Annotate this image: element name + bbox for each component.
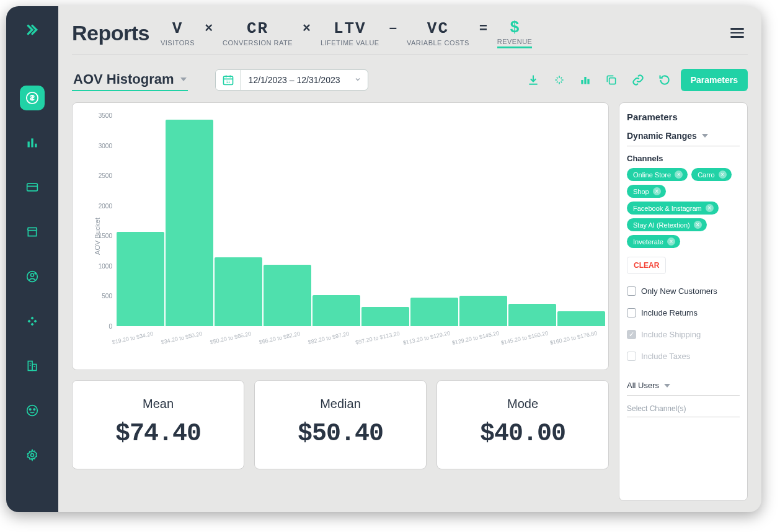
- calendar-icon: 31: [216, 70, 241, 90]
- checkbox: [627, 352, 636, 361]
- undo-icon[interactable]: [658, 74, 671, 86]
- y-tick-label: 2000: [96, 202, 112, 209]
- parameters-panel: Parameters Dynamic Ranges Channels Onlin…: [619, 102, 748, 501]
- sidebar-item-building[interactable]: [20, 353, 45, 378]
- term-vc[interactable]: VC VARIABLE COSTS: [407, 19, 469, 47]
- histogram-bar[interactable]: [215, 257, 262, 326]
- select-channels-input[interactable]: Select Channel(s): [627, 396, 740, 417]
- all-users-dropdown[interactable]: All Users: [627, 375, 740, 396]
- dynamic-ranges-dropdown[interactable]: Dynamic Ranges: [627, 131, 740, 146]
- checkbox[interactable]: [627, 286, 636, 296]
- y-tick-label: 3500: [96, 112, 112, 119]
- term-revenue[interactable]: $ REVENUE: [497, 17, 533, 48]
- sidebar-item-user[interactable]: [20, 264, 45, 289]
- channel-chip[interactable]: Online Store×: [627, 168, 688, 181]
- histogram-bar[interactable]: [117, 232, 164, 327]
- svg-point-16: [29, 409, 31, 410]
- tool-icons: [527, 74, 671, 86]
- checkbox[interactable]: [627, 308, 636, 317]
- sidebar-item-charts[interactable]: [20, 130, 45, 155]
- channel-chip[interactable]: Carro×: [691, 168, 732, 181]
- x-tick-label: $82.20 to $97.20: [300, 329, 356, 347]
- histogram-bar[interactable]: [264, 265, 311, 326]
- term-ltv[interactable]: LTV LIFETIME VALUE: [321, 19, 379, 47]
- aov-histogram-chart: AOV Bucket 0500100015002000250030003500$…: [72, 102, 609, 370]
- histogram-bar[interactable]: [557, 311, 605, 326]
- page-title: Reports: [72, 21, 149, 45]
- stat-card-median: Median $50.40: [254, 380, 427, 469]
- sidebar-item-settings[interactable]: [20, 443, 45, 468]
- copy-icon[interactable]: [605, 74, 618, 86]
- toolbar: AOV Histogram 31 12/1/2023 – 12/31/2023: [72, 69, 748, 91]
- y-tick-label: 3000: [96, 142, 112, 149]
- y-tick-label: 1000: [96, 262, 112, 269]
- svg-rect-3: [35, 144, 37, 148]
- svg-rect-1: [28, 141, 30, 147]
- remove-chip-icon[interactable]: ×: [667, 237, 675, 246]
- histogram-bar[interactable]: [508, 304, 556, 326]
- x-tick-label: $66.20 to $82.20: [251, 329, 307, 347]
- histogram-bar[interactable]: [410, 298, 458, 326]
- clear-button[interactable]: CLEAR: [627, 257, 666, 274]
- link-icon[interactable]: [631, 74, 645, 86]
- menu-icon[interactable]: [727, 24, 748, 42]
- checkbox-row: Include Taxes: [627, 345, 740, 367]
- histogram-bar[interactable]: [361, 307, 409, 326]
- sidebar-item-revenue[interactable]: [20, 86, 45, 110]
- app-logo: [22, 20, 42, 42]
- date-range-text: 12/1/2023 – 12/31/2023: [241, 71, 348, 89]
- op-multiply: ×: [205, 20, 213, 36]
- op-multiply: ×: [303, 20, 311, 36]
- x-tick-label: $34.20 to $50.20: [153, 329, 209, 347]
- x-tick-label: $129.20 to $145.20: [447, 329, 503, 347]
- dollar-icon: $: [510, 17, 519, 37]
- svg-rect-2: [31, 138, 33, 147]
- y-tick-label: 2500: [96, 172, 112, 179]
- date-range-picker[interactable]: 31 12/1/2023 – 12/31/2023: [215, 69, 368, 91]
- op-equals: =: [479, 20, 487, 36]
- histogram-bar[interactable]: [459, 296, 507, 326]
- svg-point-18: [31, 454, 34, 457]
- channel-chip[interactable]: Shop×: [627, 185, 666, 198]
- caret-down-icon: [702, 134, 708, 138]
- svg-point-7: [31, 273, 34, 277]
- svg-rect-27: [609, 78, 615, 84]
- sidebar: [6, 6, 58, 512]
- caret-down-icon: [664, 384, 670, 388]
- sidebar-item-dashboard[interactable]: [20, 398, 45, 423]
- sparkle-icon[interactable]: [553, 74, 565, 86]
- y-tick-label: 0: [96, 323, 112, 330]
- channel-chip[interactable]: Facebook & Instagram×: [627, 202, 719, 215]
- remove-chip-icon[interactable]: ×: [675, 171, 683, 179]
- download-icon[interactable]: [527, 74, 539, 86]
- x-tick-label: $160.20 to $176.80: [545, 329, 601, 347]
- caret-down-icon: [180, 78, 187, 81]
- histogram-bar[interactable]: [166, 120, 213, 326]
- checkbox-row[interactable]: Only New Customers: [627, 280, 740, 302]
- remove-chip-icon[interactable]: ×: [694, 221, 702, 229]
- y-tick-label: 500: [96, 293, 112, 299]
- channel-chip[interactable]: Stay AI (Retextion)×: [627, 218, 707, 231]
- term-conversion[interactable]: CR CONVERSION RATE: [223, 19, 293, 47]
- term-visitors[interactable]: V VISITORS: [161, 19, 195, 47]
- report-name-dropdown[interactable]: AOV Histogram: [72, 69, 188, 91]
- x-tick-label: $113.20 to $129.20: [398, 329, 454, 347]
- remove-chip-icon[interactable]: ×: [706, 204, 714, 212]
- checkbox: [627, 330, 636, 339]
- svg-rect-11: [32, 365, 37, 371]
- sidebar-item-gamepad[interactable]: [20, 309, 45, 334]
- channels-label: Channels: [627, 154, 740, 163]
- svg-rect-24: [581, 80, 583, 84]
- remove-chip-icon[interactable]: ×: [653, 187, 661, 195]
- bar-chart-icon[interactable]: [579, 74, 592, 86]
- sidebar-item-card[interactable]: [20, 175, 45, 200]
- stats-row: Mean $74.40 Median $50.40 Mode $40.00: [72, 380, 609, 469]
- content-area: AOV Bucket 0500100015002000250030003500$…: [72, 102, 748, 501]
- remove-chip-icon[interactable]: ×: [719, 171, 727, 179]
- histogram-bar[interactable]: [312, 295, 360, 327]
- channel-chip[interactable]: Inveterate×: [627, 235, 680, 248]
- parameters-button[interactable]: Parameters: [681, 69, 748, 91]
- checkbox-row[interactable]: Include Returns: [627, 302, 740, 324]
- sidebar-item-store[interactable]: [20, 219, 45, 244]
- formula-bar: V VISITORS × CR CONVERSION RATE × LTV LI…: [161, 17, 727, 48]
